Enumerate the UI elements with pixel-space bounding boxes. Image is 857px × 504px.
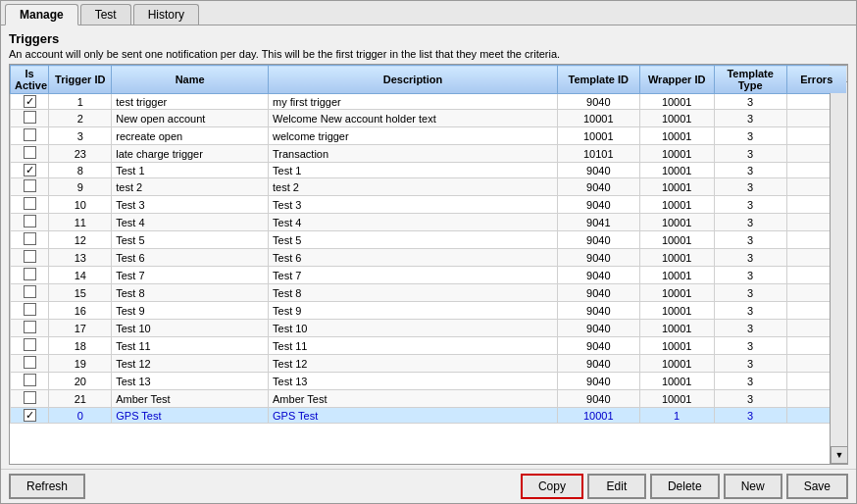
col-header-template-type: Template Type <box>714 66 786 94</box>
cell-trigger-id: 21 <box>49 390 112 408</box>
col-header-is-active: Is Active <box>11 66 49 94</box>
main-content: Triggers An account will only be sent on… <box>1 25 856 469</box>
checkbox[interactable] <box>24 321 36 333</box>
cell-name: Test 9 <box>112 302 269 320</box>
cell-description: Test 7 <box>269 267 558 284</box>
table-row[interactable]: 10Test 3Test 39040100013 <box>11 196 847 214</box>
checkbox[interactable] <box>24 285 36 298</box>
checkbox[interactable] <box>24 303 36 316</box>
tab-bar: Manage Test History <box>1 1 856 25</box>
checkbox[interactable] <box>24 374 36 386</box>
checkbox[interactable] <box>24 409 36 422</box>
table-row[interactable]: 14Test 7Test 79040100013 <box>11 267 847 284</box>
checkbox[interactable] <box>24 179 36 192</box>
table-row[interactable]: 20Test 13Test 139040100013 <box>11 373 847 390</box>
refresh-button[interactable]: Refresh <box>9 474 85 499</box>
cell-template-id: 9040 <box>558 373 640 390</box>
checkbox[interactable] <box>24 215 36 227</box>
delete-button[interactable]: Delete <box>650 474 720 499</box>
cell-wrapper-id: 10001 <box>639 249 714 267</box>
checkbox[interactable] <box>24 164 36 176</box>
cell-description: Test 13 <box>269 373 558 390</box>
checkbox[interactable] <box>24 197 36 210</box>
cell-is-active[interactable] <box>11 127 49 145</box>
cell-wrapper-id: 10001 <box>639 355 714 373</box>
checkbox[interactable] <box>24 232 36 245</box>
col-header-template-id: Template ID <box>558 66 640 94</box>
table-row[interactable]: 8Test 1Test 19040100013 <box>11 163 847 178</box>
table-row[interactable]: 2New open accountWelcome New account hol… <box>11 110 847 127</box>
cell-is-active[interactable] <box>11 145 49 163</box>
tab-manage[interactable]: Manage <box>5 4 78 25</box>
tab-test[interactable]: Test <box>80 4 131 25</box>
cell-is-active[interactable] <box>11 337 49 355</box>
table-row[interactable]: 21Amber TestAmber Test9040100013 <box>11 390 847 408</box>
copy-button[interactable]: Copy <box>521 474 583 499</box>
table-row[interactable]: 13Test 6Test 69040100013 <box>11 249 847 267</box>
table-row[interactable]: 12Test 5Test 59040100013 <box>11 231 847 249</box>
checkbox[interactable] <box>24 146 36 159</box>
table-row[interactable]: 17Test 10Test 109040100013 <box>11 320 847 337</box>
cell-trigger-id: 11 <box>49 214 112 231</box>
cell-template-type: 3 <box>714 267 786 284</box>
edit-button[interactable]: Edit <box>587 474 646 499</box>
cell-name: recreate open <box>112 127 269 145</box>
table-row[interactable]: 0GPS TestGPS Test1000113 <box>11 408 847 424</box>
footer: Refresh Copy Edit Delete New Save <box>1 469 856 503</box>
table-row[interactable]: 11Test 4Test 49041100013 <box>11 214 847 231</box>
cell-template-type: 3 <box>714 110 786 127</box>
cell-is-active[interactable] <box>11 163 49 178</box>
cell-wrapper-id: 10001 <box>639 196 714 214</box>
cell-template-type: 3 <box>714 408 786 424</box>
cell-is-active[interactable] <box>11 214 49 231</box>
scroll-down-arrow[interactable]: ▼ <box>831 446 848 464</box>
cell-trigger-id: 1 <box>49 94 112 110</box>
table-row[interactable]: 19Test 12Test 129040100013 <box>11 355 847 373</box>
cell-is-active[interactable] <box>11 302 49 320</box>
cell-template-id: 9040 <box>558 284 640 302</box>
cell-description: Test 3 <box>269 196 558 214</box>
cell-is-active[interactable] <box>11 178 49 196</box>
cell-is-active[interactable] <box>11 390 49 408</box>
cell-is-active[interactable] <box>11 320 49 337</box>
cell-wrapper-id: 10001 <box>639 127 714 145</box>
checkbox[interactable] <box>24 391 36 404</box>
checkbox[interactable] <box>24 338 36 351</box>
checkbox[interactable] <box>24 250 36 263</box>
tab-history[interactable]: History <box>133 4 199 25</box>
checkbox[interactable] <box>24 356 36 369</box>
cell-is-active[interactable] <box>11 249 49 267</box>
cell-is-active[interactable] <box>11 231 49 249</box>
checkbox[interactable] <box>24 95 36 108</box>
cell-is-active[interactable] <box>11 196 49 214</box>
new-button[interactable]: New <box>724 474 782 499</box>
section-note: An account will only be sent one notific… <box>9 48 848 60</box>
cell-is-active[interactable] <box>11 284 49 302</box>
checkbox[interactable] <box>24 111 36 124</box>
save-button[interactable]: Save <box>786 474 848 499</box>
table-row[interactable]: 18Test 11Test 119040100013 <box>11 337 847 355</box>
table-row[interactable]: 15Test 8Test 89040100013 <box>11 284 847 302</box>
cell-trigger-id: 3 <box>49 127 112 145</box>
cell-is-active[interactable] <box>11 408 49 424</box>
cell-is-active[interactable] <box>11 94 49 110</box>
vertical-scrollbar[interactable]: ▲ ▼ <box>830 65 847 464</box>
cell-is-active[interactable] <box>11 110 49 127</box>
table-row[interactable]: 23late charge triggerTransaction10101100… <box>11 145 847 163</box>
cell-is-active[interactable] <box>11 267 49 284</box>
table-row[interactable]: 9test 2test 29040100013 <box>11 178 847 196</box>
cell-wrapper-id: 10001 <box>639 110 714 127</box>
cell-trigger-id: 18 <box>49 337 112 355</box>
cell-is-active[interactable] <box>11 373 49 390</box>
cell-template-id: 9040 <box>558 355 640 373</box>
checkbox[interactable] <box>24 128 36 141</box>
cell-template-type: 3 <box>714 163 786 178</box>
cell-wrapper-id: 10001 <box>639 284 714 302</box>
cell-template-id: 9040 <box>558 178 640 196</box>
checkbox[interactable] <box>24 268 36 280</box>
table-row[interactable]: 1test triggermy first trigger9040100013 <box>11 94 847 110</box>
table-wrapper[interactable]: Is Active Trigger ID Name Description Te… <box>10 65 847 464</box>
cell-is-active[interactable] <box>11 355 49 373</box>
table-row[interactable]: 3recreate openwelcome trigger10001100013 <box>11 127 847 145</box>
table-row[interactable]: 16Test 9Test 99040100013 <box>11 302 847 320</box>
